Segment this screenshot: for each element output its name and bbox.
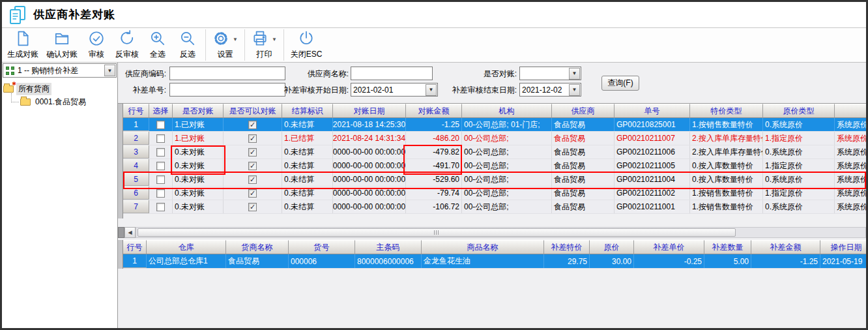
column-header[interactable]: 补差单价 [634, 240, 704, 254]
checkbox-checked-icon[interactable]: ✓ [248, 175, 257, 184]
checkbox-cell[interactable]: ✓ [224, 187, 282, 200]
chevron-down-icon[interactable]: ▼ [569, 68, 580, 80]
column-header[interactable]: 主条码 [355, 240, 422, 254]
print-button[interactable]: ▼打印 [248, 28, 281, 62]
tree-item-all-suppliers[interactable]: 所有货商 [3, 82, 116, 95]
grid-cell: 00-公司总部; [462, 145, 552, 158]
checkbox-checked-icon[interactable]: ✓ [248, 189, 257, 198]
audit-button[interactable]: 审核 [81, 28, 111, 62]
column-header[interactable]: 商品名称 [422, 240, 544, 254]
checkbox-unchecked-icon[interactable] [156, 175, 165, 184]
checkbox-cell[interactable]: ✓ [224, 173, 282, 186]
chevron-down-icon[interactable]: ▼ [272, 37, 277, 42]
column-header[interactable]: 补差金额 [751, 240, 820, 254]
checkbox-cell[interactable]: ✓ [224, 132, 282, 145]
column-header[interactable]: 原价 [590, 240, 634, 254]
row-number-cell: 7 [123, 200, 149, 213]
column-header[interactable]: 选择 [149, 104, 173, 118]
column-header[interactable]: 货号 [289, 240, 355, 254]
horizontal-scrollbar[interactable]: ◀ [118, 227, 866, 238]
column-header[interactable]: 特价类型 [690, 104, 763, 118]
checkbox-cell[interactable] [149, 173, 173, 186]
table-row[interactable]: 40.未对账✓0.未结算0000-00-00 00:00:00-491.7000… [123, 159, 866, 173]
unaudit-button[interactable]: 反审核 [111, 28, 143, 62]
column-header[interactable]: 是否对账 [173, 104, 224, 118]
checkbox-checked-icon[interactable]: ✓ [248, 148, 257, 157]
checkbox-checked-icon[interactable]: ✓ [248, 121, 257, 129]
table-row[interactable]: 1公司总部总仓库1食品贸易0000068000006000006金龙鱼花生油29… [123, 254, 866, 269]
checkbox-cell[interactable] [149, 145, 173, 158]
invert-select-button[interactable]: 反选 [173, 28, 203, 62]
checkbox-unchecked-icon[interactable] [156, 203, 165, 211]
table-row[interactable]: 60.未对账✓0.未结算0000-00-00 00:00:00-79.7400-… [123, 187, 866, 200]
grid-cell: 0.未结算 [282, 173, 333, 186]
audit-end-date-select[interactable]: 2021-12-02 ▼ [519, 83, 581, 97]
chevron-down-icon[interactable]: ▼ [569, 84, 580, 96]
grid-cell: 0000-00-00 00:00:00 [333, 159, 406, 172]
toolbar-button-label: 全选 [150, 49, 166, 60]
checkbox-unchecked-icon[interactable] [156, 189, 165, 198]
checkbox-cell[interactable] [149, 132, 173, 145]
checkbox-checked-icon[interactable]: ✓ [248, 134, 257, 143]
column-header[interactable]: 结算标识 [282, 104, 333, 118]
confirm-button[interactable]: 确认对账 [42, 28, 81, 62]
supplier-code-input[interactable] [169, 67, 285, 80]
column-header[interactable]: 补差数量 [704, 240, 751, 254]
scrollbar-thumb[interactable] [137, 228, 736, 237]
column-header[interactable]: 仓库 [147, 240, 226, 254]
reconciled-select[interactable]: ▼ [519, 67, 581, 80]
audit-end-label: 补差审核结束日期: [431, 83, 517, 97]
chevron-down-icon[interactable]: ▼ [233, 37, 238, 42]
column-header[interactable]: 对账日期 [333, 104, 406, 118]
chevron-down-icon[interactable]: ▼ [104, 65, 115, 76]
column-header[interactable]: 货商名称 [226, 240, 289, 254]
supplier-name-label: 供应商名称: [274, 67, 349, 80]
column-header[interactable]: 行号 [123, 104, 149, 118]
checkbox-unchecked-icon[interactable] [156, 162, 165, 170]
close-button[interactable]: 关闭ESC [287, 28, 326, 62]
table-row[interactable]: 11.已对账✓0.未结算2021-08-18 14:25:30-1.2500-公… [123, 118, 866, 132]
checkbox-cell[interactable] [149, 118, 173, 131]
column-header[interactable]: 补差特价 [544, 240, 590, 254]
column-header[interactable]: 供应商 [552, 104, 615, 118]
checkbox-cell[interactable]: ✓ [224, 145, 282, 158]
select-all-button[interactable]: 全选 [143, 28, 173, 62]
column-header[interactable]: 操作日期 [820, 240, 866, 254]
row-number-cell: 6 [123, 187, 149, 200]
column-header[interactable] [835, 104, 866, 118]
table-row[interactable]: 21.已对账✓1.已结算2021-08-24 14:31:34-486.2000… [123, 132, 866, 145]
table-row[interactable]: 70.未对账✓0.未结算0000-00-00 00:00:00-106.7200… [123, 200, 866, 214]
query-button[interactable]: 查询(F) [601, 76, 639, 91]
scroll-left-arrow-icon[interactable]: ◀ [124, 227, 136, 238]
checkbox-unchecked-icon[interactable] [156, 121, 165, 129]
supplier-name-input[interactable] [351, 67, 433, 80]
checkbox-cell[interactable]: ✓ [224, 159, 282, 172]
doc-no-input[interactable] [169, 83, 285, 97]
column-header[interactable]: 是否可以对账 [224, 104, 282, 118]
column-header[interactable]: 机构 [462, 104, 552, 118]
checkbox-cell[interactable]: ✓ [224, 118, 282, 131]
tree-item-supplier-0001[interactable]: 0001.食品贸易 [8, 95, 116, 108]
checkbox-unchecked-icon[interactable] [156, 134, 165, 143]
table-row[interactable]: 50.未对账✓0.未结算0000-00-00 00:00:00-529.6000… [123, 173, 866, 187]
checkbox-cell[interactable] [149, 159, 173, 172]
row-number-cell: 5 [123, 173, 149, 186]
checkbox-cell[interactable]: ✓ [224, 200, 282, 213]
column-header[interactable]: 对账金额 [406, 104, 462, 118]
table-row[interactable]: 30.未对账✓0.未结算0000-00-00 00:00:00-479.8200… [123, 145, 866, 159]
checkbox-cell[interactable] [149, 200, 173, 213]
column-header[interactable]: 原价类型 [763, 104, 835, 118]
column-header[interactable]: 行号 [123, 240, 147, 254]
diff-type-select[interactable]: 1 -- 购销特价补差 ▼ [3, 63, 117, 78]
checkbox-checked-icon[interactable]: ✓ [248, 162, 257, 170]
column-header[interactable]: 单号 [615, 104, 690, 118]
scrollbar-track[interactable] [136, 227, 866, 238]
check-circle-icon [88, 30, 105, 49]
checkbox-cell[interactable] [149, 187, 173, 200]
toolbar-button-label: 生成对账 [7, 49, 38, 60]
checkbox-unchecked-icon[interactable] [156, 148, 165, 157]
settings-button[interactable]: ▼设置 [209, 28, 242, 62]
audit-start-date-select[interactable]: 2021-02-01 ▼ [351, 83, 438, 97]
generate-button[interactable]: 生成对账 [3, 28, 42, 62]
checkbox-checked-icon[interactable]: ✓ [248, 203, 257, 211]
